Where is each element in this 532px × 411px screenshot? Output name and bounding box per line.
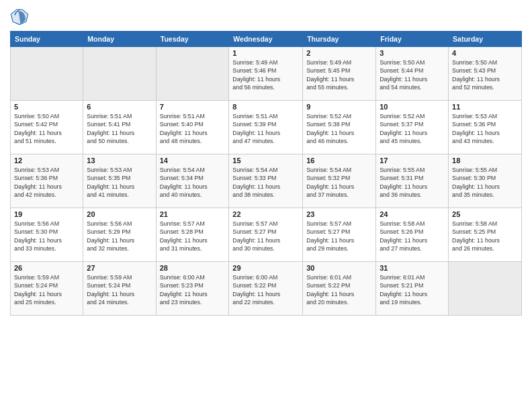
- day-info: Sunrise: 5:59 AM Sunset: 5:24 PM Dayligh…: [87, 273, 152, 306]
- calendar-cell: 5Sunrise: 5:50 AM Sunset: 5:42 PM Daylig…: [11, 101, 83, 154]
- page: SundayMondayTuesdayWednesdayThursdayFrid…: [0, 0, 532, 411]
- day-number: 9: [306, 103, 372, 111]
- day-number: 15: [232, 156, 299, 165]
- calendar-cell: 31Sunrise: 6:01 AM Sunset: 5:21 PM Dayli…: [376, 262, 449, 316]
- calendar-cell: 2Sunrise: 5:49 AM Sunset: 5:45 PM Daylig…: [303, 47, 376, 101]
- day-number: 17: [380, 156, 445, 165]
- calendar-week-row: 12Sunrise: 5:53 AM Sunset: 5:36 PM Dayli…: [11, 154, 522, 208]
- day-info: Sunrise: 5:54 AM Sunset: 5:34 PM Dayligh…: [160, 166, 226, 199]
- day-number: 4: [452, 49, 518, 57]
- day-info: Sunrise: 6:00 AM Sunset: 5:22 PM Dayligh…: [232, 273, 299, 306]
- calendar-cell: 18Sunrise: 5:55 AM Sunset: 5:30 PM Dayli…: [449, 154, 522, 208]
- calendar-cell: 17Sunrise: 5:55 AM Sunset: 5:31 PM Dayli…: [376, 154, 449, 208]
- day-info: Sunrise: 5:52 AM Sunset: 5:38 PM Dayligh…: [306, 112, 372, 145]
- day-info: Sunrise: 5:55 AM Sunset: 5:31 PM Dayligh…: [380, 166, 445, 199]
- day-info: Sunrise: 5:56 AM Sunset: 5:30 PM Dayligh…: [14, 220, 79, 253]
- day-number: 7: [160, 103, 226, 111]
- day-info: Sunrise: 5:54 AM Sunset: 5:33 PM Dayligh…: [232, 166, 299, 199]
- calendar-cell: 30Sunrise: 6:01 AM Sunset: 5:22 PM Dayli…: [303, 262, 376, 316]
- day-number: 16: [306, 156, 372, 165]
- day-number: 8: [232, 103, 299, 111]
- calendar-cell: [11, 47, 83, 101]
- day-info: Sunrise: 5:49 AM Sunset: 5:45 PM Dayligh…: [306, 58, 372, 91]
- weekday-header-tuesday: Tuesday: [156, 32, 229, 47]
- day-number: 19: [14, 210, 79, 218]
- day-number: 10: [380, 103, 445, 111]
- day-info: Sunrise: 5:52 AM Sunset: 5:37 PM Dayligh…: [380, 112, 445, 145]
- day-info: Sunrise: 5:50 AM Sunset: 5:44 PM Dayligh…: [380, 58, 445, 91]
- day-info: Sunrise: 5:53 AM Sunset: 5:36 PM Dayligh…: [452, 112, 518, 145]
- calendar-cell: 11Sunrise: 5:53 AM Sunset: 5:36 PM Dayli…: [449, 101, 522, 154]
- calendar-cell: [156, 47, 229, 101]
- calendar-cell: 16Sunrise: 5:54 AM Sunset: 5:32 PM Dayli…: [303, 154, 376, 208]
- calendar-cell: 14Sunrise: 5:54 AM Sunset: 5:34 PM Dayli…: [156, 154, 229, 208]
- calendar-cell: 4Sunrise: 5:50 AM Sunset: 5:43 PM Daylig…: [449, 47, 522, 101]
- calendar-cell: 23Sunrise: 5:57 AM Sunset: 5:27 PM Dayli…: [303, 208, 376, 262]
- day-number: 30: [306, 264, 372, 272]
- calendar-cell: 19Sunrise: 5:56 AM Sunset: 5:30 PM Dayli…: [11, 208, 83, 262]
- calendar-table: SundayMondayTuesdayWednesdayThursdayFrid…: [10, 31, 522, 316]
- day-number: 28: [160, 264, 226, 272]
- weekday-header-sunday: Sunday: [11, 32, 83, 47]
- calendar-week-row: 19Sunrise: 5:56 AM Sunset: 5:30 PM Dayli…: [11, 208, 522, 262]
- day-number: 20: [87, 210, 152, 218]
- day-info: Sunrise: 5:59 AM Sunset: 5:24 PM Dayligh…: [14, 273, 79, 306]
- day-info: Sunrise: 5:58 AM Sunset: 5:26 PM Dayligh…: [380, 220, 445, 253]
- calendar-cell: 7Sunrise: 5:51 AM Sunset: 5:40 PM Daylig…: [156, 101, 229, 154]
- day-number: 22: [232, 210, 299, 218]
- calendar-week-row: 5Sunrise: 5:50 AM Sunset: 5:42 PM Daylig…: [11, 101, 522, 154]
- calendar-cell: 26Sunrise: 5:59 AM Sunset: 5:24 PM Dayli…: [11, 262, 83, 316]
- day-number: 1: [232, 49, 299, 57]
- weekday-header-thursday: Thursday: [303, 32, 376, 47]
- day-number: 29: [232, 264, 299, 272]
- calendar-cell: 22Sunrise: 5:57 AM Sunset: 5:27 PM Dayli…: [229, 208, 303, 262]
- day-info: Sunrise: 6:00 AM Sunset: 5:23 PM Dayligh…: [160, 273, 226, 306]
- day-number: 23: [306, 210, 372, 218]
- calendar-cell: 28Sunrise: 6:00 AM Sunset: 5:23 PM Dayli…: [156, 262, 229, 316]
- day-number: 12: [14, 156, 79, 165]
- weekday-header-wednesday: Wednesday: [229, 32, 303, 47]
- day-info: Sunrise: 5:57 AM Sunset: 5:28 PM Dayligh…: [160, 220, 226, 253]
- calendar-cell: 1Sunrise: 5:49 AM Sunset: 5:46 PM Daylig…: [229, 47, 303, 101]
- day-number: 2: [306, 49, 372, 57]
- weekday-header-saturday: Saturday: [449, 32, 522, 47]
- calendar-cell: 13Sunrise: 5:53 AM Sunset: 5:35 PM Dayli…: [83, 154, 156, 208]
- calendar-cell: 25Sunrise: 5:58 AM Sunset: 5:25 PM Dayli…: [449, 208, 522, 262]
- day-info: Sunrise: 5:50 AM Sunset: 5:42 PM Dayligh…: [14, 112, 79, 145]
- day-info: Sunrise: 5:58 AM Sunset: 5:25 PM Dayligh…: [452, 220, 518, 253]
- day-info: Sunrise: 5:53 AM Sunset: 5:35 PM Dayligh…: [87, 166, 152, 199]
- calendar-cell: 20Sunrise: 5:56 AM Sunset: 5:29 PM Dayli…: [83, 208, 156, 262]
- day-number: 6: [87, 103, 152, 111]
- calendar-cell: 27Sunrise: 5:59 AM Sunset: 5:24 PM Dayli…: [83, 262, 156, 316]
- day-info: Sunrise: 5:51 AM Sunset: 5:41 PM Dayligh…: [87, 112, 152, 145]
- calendar-cell: 3Sunrise: 5:50 AM Sunset: 5:44 PM Daylig…: [376, 47, 449, 101]
- day-number: 26: [14, 264, 79, 272]
- calendar-cell: [83, 47, 156, 101]
- day-info: Sunrise: 5:56 AM Sunset: 5:29 PM Dayligh…: [87, 220, 152, 253]
- weekday-header-monday: Monday: [83, 32, 156, 47]
- calendar-cell: 15Sunrise: 5:54 AM Sunset: 5:33 PM Dayli…: [229, 154, 303, 208]
- calendar-cell: 21Sunrise: 5:57 AM Sunset: 5:28 PM Dayli…: [156, 208, 229, 262]
- day-number: 11: [452, 103, 518, 111]
- logo-icon: [10, 7, 29, 26]
- day-info: Sunrise: 5:55 AM Sunset: 5:30 PM Dayligh…: [452, 166, 518, 199]
- calendar-week-row: 1Sunrise: 5:49 AM Sunset: 5:46 PM Daylig…: [11, 47, 522, 101]
- day-number: 13: [87, 156, 152, 165]
- calendar-cell: 6Sunrise: 5:51 AM Sunset: 5:41 PM Daylig…: [83, 101, 156, 154]
- day-number: 31: [380, 264, 445, 272]
- calendar-cell: 12Sunrise: 5:53 AM Sunset: 5:36 PM Dayli…: [11, 154, 83, 208]
- header: [10, 7, 522, 26]
- day-info: Sunrise: 5:57 AM Sunset: 5:27 PM Dayligh…: [232, 220, 299, 253]
- day-info: Sunrise: 5:53 AM Sunset: 5:36 PM Dayligh…: [14, 166, 79, 199]
- weekday-header-row: SundayMondayTuesdayWednesdayThursdayFrid…: [11, 32, 522, 47]
- logo: [10, 7, 32, 26]
- calendar-cell: 8Sunrise: 5:51 AM Sunset: 5:39 PM Daylig…: [229, 101, 303, 154]
- day-info: Sunrise: 5:49 AM Sunset: 5:46 PM Dayligh…: [232, 58, 299, 91]
- calendar-cell: 10Sunrise: 5:52 AM Sunset: 5:37 PM Dayli…: [376, 101, 449, 154]
- day-info: Sunrise: 5:51 AM Sunset: 5:40 PM Dayligh…: [160, 112, 226, 145]
- day-info: Sunrise: 5:50 AM Sunset: 5:43 PM Dayligh…: [452, 58, 518, 91]
- calendar-cell: 24Sunrise: 5:58 AM Sunset: 5:26 PM Dayli…: [376, 208, 449, 262]
- day-info: Sunrise: 5:57 AM Sunset: 5:27 PM Dayligh…: [306, 220, 372, 253]
- day-info: Sunrise: 5:51 AM Sunset: 5:39 PM Dayligh…: [232, 112, 299, 145]
- day-number: 21: [160, 210, 226, 218]
